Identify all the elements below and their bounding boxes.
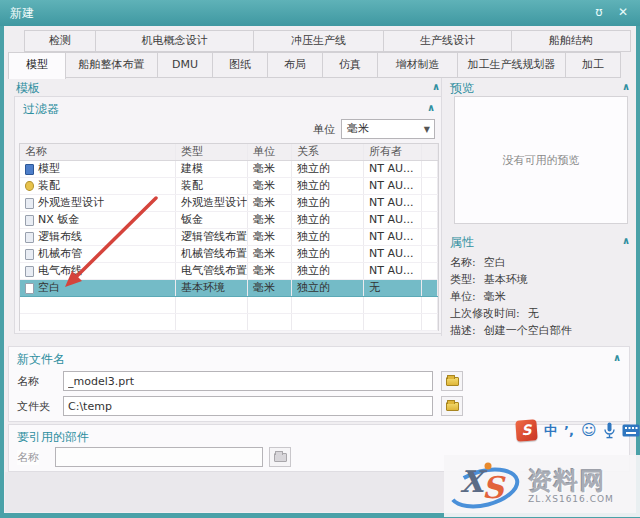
tab-ship-structure[interactable]: 船舶结构 [512, 30, 631, 52]
table-header-row: 名称 类型 单位 关系 所有者 [20, 144, 438, 161]
property-label: 名称: [450, 256, 476, 269]
cell-type: 逻辑管线布置 [176, 229, 248, 245]
chinese-mode-icon[interactable]: 中 [544, 420, 557, 441]
cell-type: 电气管线布置 [176, 263, 248, 279]
col-header-relationship[interactable]: 关系 [292, 144, 364, 160]
property-value: 创建一个空白部件 [484, 324, 572, 337]
tab-inspection[interactable]: 检测 [24, 30, 96, 52]
blank-page-icon [25, 283, 34, 294]
col-header-name[interactable]: 名称 [20, 144, 176, 160]
tab-ship-arrangement[interactable]: 船舶整体布置 [66, 52, 158, 78]
watermark-site-name: 资料网 [528, 468, 640, 494]
electrical-routing-icon [25, 266, 34, 277]
tab-simulation[interactable]: 仿真 [323, 52, 378, 78]
cell-relationship: 独立的 [292, 195, 364, 211]
keyboard-icon[interactable] [622, 424, 640, 437]
cell-owner: NT AU... [364, 212, 422, 228]
tab-drawing[interactable]: 图纸 [213, 52, 268, 78]
tab-dmu[interactable]: DMU [158, 52, 213, 78]
cell-type: 装配 [176, 178, 248, 194]
table-row[interactable]: 逻辑布线 逻辑管线布置 毫米 独立的 NT AU... [20, 229, 438, 246]
punctuation-icon[interactable]: ’, [564, 420, 574, 441]
property-label: 类型: [450, 273, 476, 286]
cell-name: 逻辑布线 [38, 229, 82, 245]
cell-name: 装配 [38, 178, 60, 194]
cell-units: 毫米 [248, 212, 292, 228]
empty-row [20, 314, 438, 331]
cell-relationship: 独立的 [292, 161, 364, 177]
cell-type: 机械管线布置 [176, 246, 248, 262]
cell-name: 电气布线 [38, 263, 82, 279]
tab-additive-manufacturing[interactable]: 增材制造 [378, 52, 458, 78]
units-row: 单位 毫米 ▼ [205, 119, 435, 139]
chevron-up-icon[interactable]: ∧ [622, 235, 630, 246]
tab-machining[interactable]: 加工 [566, 52, 621, 78]
col-header-owner[interactable]: 所有者 [364, 144, 422, 160]
property-row: 描述:创建一个空白部件 [450, 322, 630, 339]
tab-model[interactable]: 模型 [8, 52, 66, 79]
browse-folder-button[interactable] [441, 396, 463, 416]
tab-layout[interactable]: 布局 [268, 52, 323, 78]
table-row-selected[interactable]: 空白 基本环境 毫米 独立的 无 [20, 280, 438, 297]
titlebar[interactable]: 新建 ʊ ✕ [0, 0, 640, 26]
property-label: 单位: [450, 290, 476, 303]
file-name-input[interactable] [63, 371, 433, 391]
col-header-type[interactable]: 类型 [176, 144, 248, 160]
chevron-up-icon[interactable]: ∧ [432, 81, 440, 92]
assembly-icon [25, 181, 34, 191]
table-row[interactable]: 外观造型设计 外观造型设计 毫米 独立的 NT AU... [20, 195, 438, 212]
empty-row [20, 297, 438, 314]
help-icon[interactable]: ʊ [590, 4, 608, 22]
table-row[interactable]: 装配 装配 毫米 独立的 NT AU... [20, 178, 438, 195]
cell-owner: NT AU... [364, 195, 422, 211]
cell-units: 毫米 [248, 161, 292, 177]
mechanical-routing-icon [25, 249, 34, 260]
dialog-title: 新建 [10, 5, 34, 22]
table-row[interactable]: 模型 建模 毫米 独立的 NT AU... [20, 161, 438, 178]
tab-stamping-line[interactable]: 冲压生产线 [254, 30, 384, 52]
tab-production-line-design[interactable]: 生产线设计 [384, 30, 512, 52]
sogou-logo-icon[interactable]: S [515, 419, 537, 441]
property-row: 上次修改时间:无 [450, 305, 630, 322]
property-label: 描述: [450, 324, 476, 337]
tab-row-upper: 检测 机电概念设计 冲压生产线 生产线设计 船舶结构 [24, 30, 632, 52]
cell-type: 钣金 [176, 212, 248, 228]
units-value: 毫米 [347, 122, 369, 135]
watermark-logo: X S [444, 458, 528, 514]
folder-path-input[interactable] [63, 396, 433, 416]
table-row[interactable]: 机械布管 机械管线布置 毫米 独立的 NT AU... [20, 246, 438, 263]
chevron-up-icon[interactable]: ∧ [613, 352, 621, 363]
cell-type: 基本环境 [176, 280, 248, 296]
watermark-x: X [460, 464, 483, 499]
units-dropdown[interactable]: 毫米 ▼ [341, 119, 435, 139]
cell-owner: NT AU... [364, 263, 422, 279]
ime-toolbar: S 中 ’, ☺ [516, 417, 640, 443]
table-row[interactable]: 电气布线 电气管线布置 毫米 独立的 NT AU... [20, 263, 438, 280]
folder-icon [274, 453, 287, 462]
reference-name-label: 名称 [17, 450, 39, 465]
property-label: 上次修改时间: [450, 307, 520, 320]
microphone-icon[interactable] [604, 422, 615, 439]
cell-name: 机械布管 [38, 246, 82, 262]
properties-list: 名称:空白 类型:基本环境 单位:毫米 上次修改时间:无 描述:创建一个空白部件 [450, 254, 630, 339]
tab-mechatronics-concept[interactable]: 机电概念设计 [96, 30, 254, 52]
new-file-dialog-window: 新建 ʊ ✕ 检测 机电概念设计 冲压生产线 生产线设计 船舶结构 模型 船舶整… [0, 0, 640, 518]
chevron-up-icon[interactable]: ∧ [427, 102, 435, 113]
cell-units: 毫米 [248, 280, 292, 296]
browse-name-button[interactable] [441, 371, 463, 391]
chevron-up-icon[interactable]: ∧ [622, 81, 630, 92]
tab-line-planner[interactable]: 加工生产线规划器 [458, 52, 566, 78]
cell-units: 毫米 [248, 263, 292, 279]
cell-relationship: 独立的 [292, 263, 364, 279]
table-row[interactable]: NX 钣金 钣金 毫米 独立的 NT AU... [20, 212, 438, 229]
property-row: 类型:基本环境 [450, 271, 630, 288]
filter-section-title: 过滤器 [23, 101, 59, 118]
close-icon[interactable]: ✕ [614, 4, 632, 22]
reference-name-input[interactable] [55, 447, 263, 467]
part-icon [25, 164, 34, 175]
col-header-units[interactable]: 单位 [248, 144, 292, 160]
preview-box: 没有可用的预览 [454, 96, 628, 224]
file-name-label: 名称 [17, 374, 39, 389]
emoji-icon[interactable]: ☺ [581, 420, 597, 441]
logical-routing-icon [25, 232, 34, 243]
